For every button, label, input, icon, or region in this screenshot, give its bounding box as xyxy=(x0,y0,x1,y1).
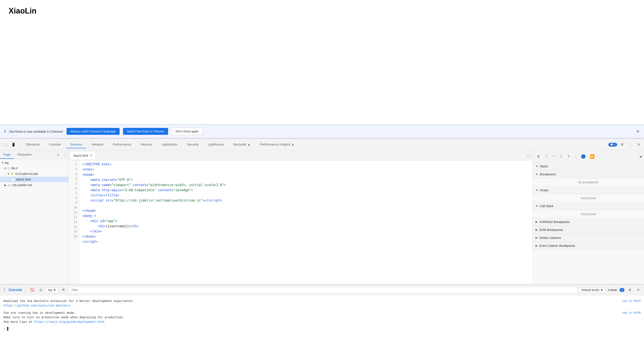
message-icon: 💬 xyxy=(610,143,613,146)
editor-tab-day01[interactable]: day01.html ✕ xyxy=(70,152,96,159)
console-ref[interactable]: vue.js:9323 xyxy=(622,299,640,303)
step-over-button[interactable]: ↺ xyxy=(543,153,549,160)
toolbar-separator xyxy=(20,142,20,148)
breakpoints-toggle[interactable]: 🔵 xyxy=(580,153,587,160)
console-ref[interactable]: vue.js:9330 xyxy=(622,310,640,315)
tree-label: D:/Code/VsCode xyxy=(16,172,38,176)
prompt-arrow: › xyxy=(4,327,5,331)
vue-devtools-link[interactable]: https://github.com/vuejs/vue-devtools xyxy=(4,304,70,307)
console-filter-input[interactable] xyxy=(69,287,577,293)
event-listener-label: Event Listener Breakpoints xyxy=(539,244,575,248)
expand-icon: ▶ xyxy=(4,183,7,187)
left-tab-filesystem[interactable]: Filesystem xyxy=(14,151,35,159)
tab-sources[interactable]: Sources xyxy=(66,141,86,148)
console-menu-icon[interactable]: ⋮ xyxy=(2,288,6,292)
console-output: vue.js:9323 Download the Vue Devtools ex… xyxy=(0,295,644,355)
expand-icon: ▾ xyxy=(8,172,9,176)
scope-label: Scope xyxy=(540,188,548,192)
notification-bar: ℹ DevTools is now available in Chinese! … xyxy=(0,124,644,138)
global-label: Global Listeners xyxy=(539,236,561,240)
xhr-chevron-icon: ▶ xyxy=(536,220,538,224)
cloud-folder-icon: 🗀 xyxy=(7,166,10,170)
collapse-panel-icon[interactable]: ◀ xyxy=(639,155,642,158)
cloud-folder-icon: 🗀 xyxy=(8,183,11,187)
tab-performance-insights[interactable]: Performance insights ▲ xyxy=(256,141,298,148)
step-out-button[interactable]: ⬇ xyxy=(558,153,564,160)
tab-lighthouse[interactable]: Lighthouse xyxy=(204,141,228,148)
deactivate-button[interactable]: ⤵ xyxy=(573,153,578,160)
close-console-button[interactable]: ✕ xyxy=(635,286,642,293)
tree-item-file[interactable]: ▾ 🗀 file:// xyxy=(0,166,68,171)
more-options-icon[interactable]: ⋮ xyxy=(627,141,634,148)
scope-chevron-icon: ▼ xyxy=(536,189,538,192)
tab-security[interactable]: Security xyxy=(183,141,203,148)
tab-application[interactable]: Application xyxy=(158,141,182,148)
tab-performance[interactable]: Performance xyxy=(108,141,136,148)
tab-recorder[interactable]: Recorder ▲ xyxy=(229,141,255,148)
eye-icon[interactable]: 👁 xyxy=(60,287,67,293)
issues-badge: 💬 1 xyxy=(608,143,617,146)
tree-item-cdn[interactable]: ▶ 🗀 cdn.jsdelivr.net xyxy=(0,182,68,188)
tree-label: file:// xyxy=(12,166,18,170)
clear-console-button[interactable]: 🚫 xyxy=(28,286,36,293)
dont-show-again-button[interactable]: Don't show again xyxy=(172,128,203,135)
breakpoints-chevron-icon: ▼ xyxy=(536,173,538,176)
tab-label: day01.html xyxy=(74,154,88,157)
info-icon: ℹ xyxy=(4,129,6,134)
event-chevron-icon: ▶ xyxy=(536,244,538,247)
filter-console-button[interactable]: ⊘ xyxy=(38,286,44,293)
issue-badge: 1 xyxy=(620,288,624,292)
tab-console[interactable]: Console xyxy=(45,141,65,148)
step-button[interactable]: ⬆ xyxy=(566,153,572,160)
resume-button[interactable]: ⏩ xyxy=(588,153,596,160)
devtools-toolbar: ⬚ 📱 Elements Console Sources Network Per… xyxy=(0,139,644,151)
scope-section-header[interactable]: ▼ Scope xyxy=(532,186,644,194)
console-context-selector[interactable]: top ▼ xyxy=(46,287,58,293)
folder-icon: 📁 xyxy=(10,172,14,176)
more-tabs-icon[interactable]: » xyxy=(55,152,62,157)
tree-item-top[interactable]: ▾ top xyxy=(0,160,68,166)
call-stack-content: Not paused xyxy=(532,210,644,218)
event-listener-section-header[interactable]: ▶ Event Listener Breakpoints xyxy=(532,242,644,250)
pause-button[interactable]: ⏸ xyxy=(535,153,542,160)
context-label: top xyxy=(48,288,52,292)
console-message: vue.js:9330 You are running Vue in devel… xyxy=(4,309,640,326)
close-tab-icon[interactable]: ✕ xyxy=(90,154,92,158)
device-icon[interactable]: 📱 xyxy=(10,141,18,148)
issue-label: 1 Issue: xyxy=(608,288,618,292)
console-prompt[interactable]: › ▋ xyxy=(4,326,640,332)
close-devtools-button[interactable]: ✕ xyxy=(636,141,642,148)
file-icon: 📄 xyxy=(11,178,15,181)
tree-item-day01[interactable]: 📄 day01.html xyxy=(0,177,68,182)
switch-chinese-button[interactable]: Switch DevTools to Chinese xyxy=(123,128,168,135)
left-panel-menu-icon[interactable]: ⋮ xyxy=(62,152,68,158)
deployment-link[interactable]: https://vuejs.org/guide/deployment.html xyxy=(34,320,105,324)
tab-memory[interactable]: Memory xyxy=(136,141,157,148)
tab-elements[interactable]: Elements xyxy=(22,141,44,148)
watch-label: Watch xyxy=(540,164,548,168)
watch-section-header[interactable]: ▼ Watch xyxy=(532,162,644,170)
step-into-button[interactable]: ↷ xyxy=(551,153,557,160)
call-stack-label: Call Stack xyxy=(540,204,554,208)
scope-content: Not paused xyxy=(532,194,644,202)
breakpoints-section-header[interactable]: ▼ Breakpoints xyxy=(532,170,644,178)
settings-icon[interactable]: ⚙ xyxy=(619,141,625,148)
console-settings-icon[interactable]: ⚙ xyxy=(626,286,633,293)
notification-close-button[interactable]: ✕ xyxy=(636,129,640,134)
dom-section-header[interactable]: ▶ DOM Breakpoints xyxy=(532,226,644,234)
match-language-button[interactable]: Always match Chrome's language xyxy=(66,128,120,135)
tree-item-vscode[interactable]: ▾ 📁 D:/Code/VsCode xyxy=(0,171,68,177)
maximize-editor-icon[interactable]: ⬚ xyxy=(526,154,530,158)
toolbar-right: 💬 1 ⚙ ⋮ ✕ xyxy=(608,141,642,148)
xhr-section-header[interactable]: ▶ XHR/fetch Breakpoints xyxy=(532,218,644,226)
global-chevron-icon: ▶ xyxy=(536,236,538,239)
inspect-icon[interactable]: ⬚ xyxy=(2,141,9,148)
default-levels-dropdown[interactable]: Default levels ▼ xyxy=(579,287,606,293)
left-tab-page[interactable]: Page xyxy=(0,151,14,159)
call-stack-section-header[interactable]: ▼ Call Stack xyxy=(532,202,644,210)
console-separator xyxy=(25,287,25,293)
tab-network[interactable]: Network xyxy=(87,141,108,148)
global-listeners-section-header[interactable]: ▶ Global Listeners xyxy=(532,234,644,242)
dom-chevron-icon: ▶ xyxy=(536,228,538,231)
page-area: XiaoLin xyxy=(0,0,644,124)
